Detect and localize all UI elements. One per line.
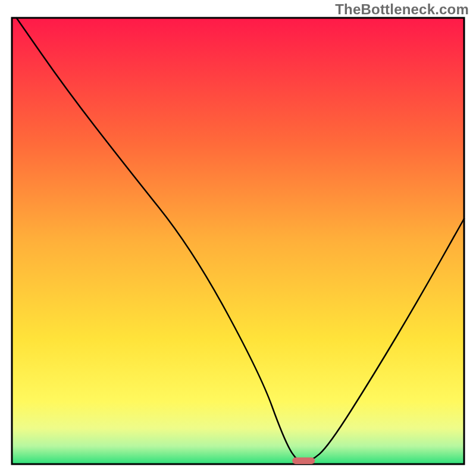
plot-background <box>12 18 464 464</box>
optimal-marker <box>292 458 315 464</box>
bottleneck-chart <box>0 0 476 476</box>
chart-container: TheBottleneck.com <box>0 0 476 476</box>
watermark-text: TheBottleneck.com <box>335 1 469 18</box>
